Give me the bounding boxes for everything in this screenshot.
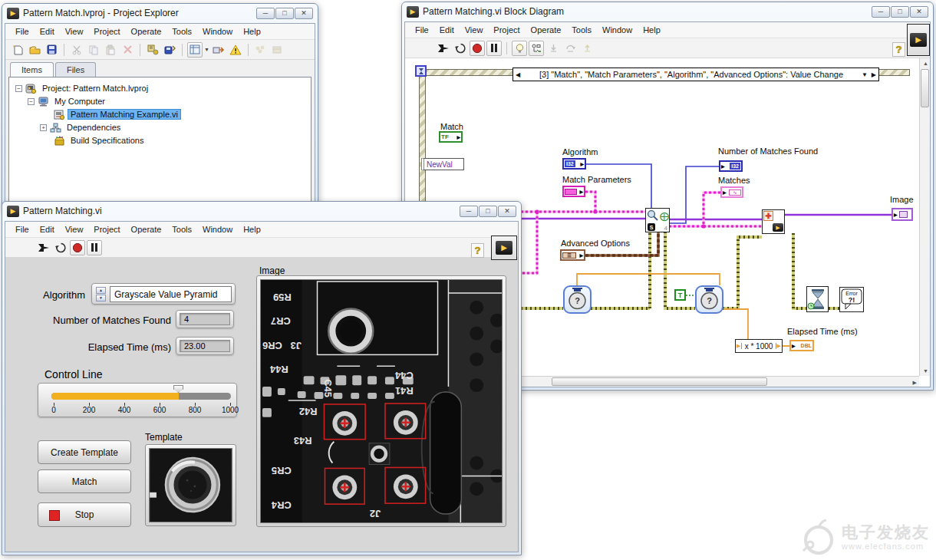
- cut-icon[interactable]: [69, 42, 84, 58]
- event-next-arrow[interactable]: ▶: [869, 71, 878, 78]
- algorithm-terminal[interactable]: I32 ▶: [562, 158, 586, 170]
- match-button[interactable]: Match: [38, 469, 131, 493]
- elapsed-time-terminal[interactable]: ▶ DBL: [789, 340, 814, 351]
- package-icon[interactable]: [270, 42, 285, 58]
- copy-icon[interactable]: [86, 42, 101, 58]
- delete-icon[interactable]: [120, 42, 135, 58]
- image-terminal[interactable]: ▶: [892, 208, 913, 221]
- minimize-button[interactable]: ─: [256, 8, 275, 19]
- hierarchy-icon[interactable]: [145, 42, 160, 58]
- menu-file[interactable]: File: [410, 23, 434, 37]
- wait-ms-node[interactable]: [806, 286, 829, 312]
- event-dropdown-arrow[interactable]: ▼: [860, 71, 869, 78]
- tick-count-node-2[interactable]: ?: [695, 285, 723, 314]
- menu-tools[interactable]: Tools: [166, 25, 197, 38]
- menu-window[interactable]: Window: [197, 222, 238, 236]
- menu-help[interactable]: Help: [238, 25, 266, 38]
- tick-count-node-1[interactable]: ?: [563, 285, 592, 314]
- step-over-icon[interactable]: [562, 41, 578, 56]
- slider-thumb[interactable]: [173, 385, 183, 393]
- menu-edit[interactable]: Edit: [35, 25, 60, 38]
- menu-help[interactable]: Help: [638, 23, 666, 37]
- create-template-button[interactable]: Create Template: [38, 440, 131, 464]
- bd-titlebar[interactable]: ▶ Pattern Matching.vi Block Diagram ─ □ …: [402, 2, 933, 21]
- fp-titlebar[interactable]: ▶ Pattern Matching.vi ─ □ ✕: [2, 202, 521, 220]
- menu-edit[interactable]: Edit: [35, 222, 60, 236]
- menu-project[interactable]: Project: [88, 222, 125, 236]
- algorithm-ring-control[interactable]: ▲ ▼ Grayscale Value Pyramid: [91, 283, 236, 305]
- match-parameters-terminal[interactable]: ▶: [562, 186, 585, 197]
- stop-button[interactable]: Stop: [38, 502, 131, 527]
- pause-button[interactable]: [486, 41, 502, 56]
- menu-view[interactable]: View: [60, 222, 89, 236]
- true-constant[interactable]: T: [674, 289, 686, 301]
- menu-tools[interactable]: Tools: [566, 23, 597, 37]
- tree-item-build[interactable]: Build Specifications: [54, 134, 146, 147]
- menu-operate[interactable]: Operate: [126, 222, 167, 236]
- menu-tools[interactable]: Tools: [166, 222, 197, 236]
- control-line-slider[interactable]: 0 200 400 600 800 1000: [38, 383, 237, 417]
- image-display[interactable]: R59 CR7 J3 CR6 R44 C45 C44 R41 R42 R43 C…: [256, 275, 506, 527]
- event-prev-arrow[interactable]: ◀: [513, 71, 522, 78]
- maximize-button[interactable]: □: [275, 8, 294, 19]
- abort-button[interactable]: [70, 240, 85, 255]
- paste-icon[interactable]: [103, 42, 118, 58]
- maximize-button[interactable]: □: [479, 206, 497, 217]
- retain-values-icon[interactable]: [529, 41, 544, 56]
- menu-operate[interactable]: Operate: [126, 25, 167, 38]
- menu-project[interactable]: Project: [488, 23, 525, 37]
- tab-files[interactable]: Files: [55, 62, 96, 77]
- highlight-execution-icon[interactable]: [512, 41, 527, 56]
- event-selector[interactable]: ◀ [3] "Match", "Match Parameters", "Algo…: [512, 68, 879, 81]
- tree-item-computer[interactable]: − My Computer: [28, 95, 107, 107]
- expression-node[interactable]: ▶ x * 1000 ▶: [735, 339, 783, 353]
- simple-error-handler-node[interactable]: Error?!: [839, 287, 864, 312]
- overlay-node[interactable]: ✚ ▶: [762, 209, 785, 234]
- tree-item-project[interactable]: − Project: Pattern Match.lvproj: [15, 82, 150, 94]
- minimize-button[interactable]: ─: [460, 206, 478, 217]
- step-into-icon[interactable]: [545, 41, 561, 56]
- newval-event-terminal[interactable]: NewVal: [421, 158, 464, 170]
- run-button[interactable]: [36, 240, 51, 255]
- expand-toggle[interactable]: +: [40, 124, 47, 131]
- expand-toggle[interactable]: −: [15, 85, 22, 92]
- bd-help-button[interactable]: ?: [892, 42, 905, 57]
- num-matches-terminal[interactable]: ▶ I32: [719, 160, 743, 172]
- decrement-button[interactable]: ▼: [96, 295, 106, 301]
- menu-window[interactable]: Window: [597, 23, 638, 37]
- abort-button[interactable]: [470, 41, 485, 56]
- grid-dropdown-arrow[interactable]: ▼: [204, 47, 209, 52]
- match-boolean-terminal[interactable]: TF ▶: [439, 131, 463, 143]
- increment-button[interactable]: ▲: [96, 287, 106, 294]
- algorithm-value-field[interactable]: Grayscale Value Pyramid: [110, 286, 232, 302]
- team-icon[interactable]: [253, 42, 269, 58]
- advanced-options-terminal[interactable]: ☰ ▶: [560, 249, 585, 261]
- tree-item-vi[interactable]: Pattern Matching Example.vi: [54, 108, 180, 120]
- close-button[interactable]: ✕: [910, 6, 928, 18]
- menu-operate[interactable]: Operate: [526, 23, 567, 37]
- template-display[interactable]: [145, 444, 236, 526]
- slider-track[interactable]: [51, 393, 231, 400]
- deploy-icon[interactable]: [211, 42, 226, 58]
- bd-vertical-scrollbar[interactable]: ▲ ▼: [919, 58, 930, 376]
- menu-help[interactable]: Help: [238, 222, 266, 236]
- run-continuous-button[interactable]: [453, 41, 468, 56]
- event-timeout-terminal[interactable]: [415, 65, 427, 77]
- menu-view[interactable]: View: [60, 25, 89, 38]
- matches-terminal[interactable]: ▶ ∿: [720, 186, 743, 198]
- pause-button[interactable]: [87, 240, 102, 255]
- match-pattern-node[interactable]: ⨁ S 4: [645, 208, 670, 232]
- match-wire[interactable]: [516, 192, 762, 273]
- close-button[interactable]: ✕: [498, 206, 516, 217]
- tab-items[interactable]: Items: [10, 62, 54, 77]
- expand-toggle[interactable]: −: [28, 98, 35, 105]
- menu-window[interactable]: Window: [197, 25, 238, 38]
- menu-edit[interactable]: Edit: [434, 23, 460, 37]
- pe-titlebar[interactable]: ▶ Pattern Match.lvproj - Project Explore…: [2, 4, 318, 22]
- open-folder-icon[interactable]: [27, 42, 42, 58]
- new-file-icon[interactable]: [10, 42, 25, 58]
- menu-file[interactable]: File: [10, 25, 35, 38]
- view-grid-icon[interactable]: [187, 42, 203, 58]
- tree-item-dependencies[interactable]: + Dependencies: [40, 121, 123, 133]
- minimize-button[interactable]: ─: [872, 6, 890, 18]
